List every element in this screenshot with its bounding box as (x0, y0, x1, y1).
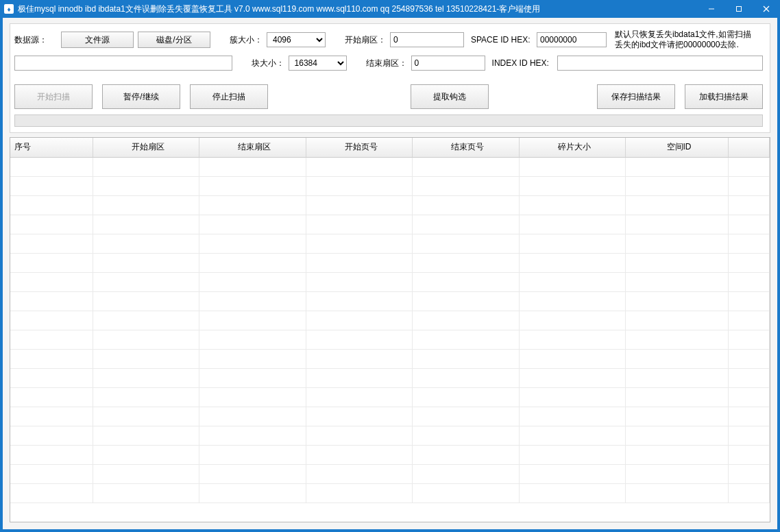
table-cell (199, 387, 306, 407)
table-cell (519, 464, 626, 483)
table-cell (729, 195, 770, 215)
table-row[interactable] (10, 157, 770, 176)
index-id-hex-input[interactable] (557, 56, 763, 71)
start-scan-button[interactable]: 开始扫描 (14, 84, 93, 109)
table-row[interactable] (10, 349, 770, 368)
block-size-select[interactable]: 16384 (289, 56, 347, 71)
col-start-sector[interactable]: 开始扇区 (93, 138, 199, 157)
table-cell (519, 157, 626, 176)
table-row[interactable] (10, 464, 770, 483)
start-sector-input[interactable] (390, 32, 464, 47)
table-cell (10, 426, 93, 445)
minimize-button[interactable] (698, 0, 725, 18)
table-row[interactable] (10, 407, 770, 426)
table-cell (93, 349, 199, 368)
extract-check-button[interactable]: 提取钩选 (411, 84, 489, 109)
table-row[interactable] (10, 215, 770, 234)
table-cell (413, 157, 520, 176)
table-cell (10, 368, 93, 387)
table-cell (306, 176, 413, 195)
file-source-button[interactable]: 文件源 (61, 32, 134, 48)
table-cell (413, 176, 520, 195)
table-cell (306, 291, 413, 311)
table-cell (729, 464, 770, 483)
index-id-hex-label: INDEX ID HEX: (492, 58, 553, 68)
results-table: 序号 开始扇区 结束扇区 开始页号 结束页号 碎片大小 空间ID (10, 138, 770, 503)
maximize-button[interactable] (725, 0, 753, 18)
table-row[interactable] (10, 426, 770, 445)
col-blank[interactable] (729, 138, 770, 157)
table-row[interactable] (10, 387, 770, 407)
table-row[interactable] (10, 253, 770, 272)
table-row[interactable] (10, 330, 770, 349)
table-cell (306, 368, 413, 387)
table-row[interactable] (10, 234, 770, 253)
table-cell (93, 291, 199, 311)
table-row[interactable] (10, 445, 770, 464)
table-row[interactable] (10, 311, 770, 330)
table-cell (199, 445, 306, 464)
pause-resume-button[interactable]: 暂停/继续 (102, 84, 180, 109)
table-cell (199, 368, 306, 387)
table-row[interactable] (10, 291, 770, 311)
table-cell (626, 291, 729, 311)
table-cell (519, 387, 626, 407)
table-cell (10, 157, 93, 176)
table-row[interactable] (10, 272, 770, 291)
stop-scan-button[interactable]: 停止扫描 (190, 84, 268, 109)
table-cell (413, 215, 520, 234)
space-id-hex-input[interactable] (537, 32, 607, 47)
col-start-page[interactable]: 开始页号 (306, 138, 413, 157)
table-cell (729, 349, 770, 368)
col-end-page[interactable]: 结束页号 (413, 138, 520, 157)
table-cell (519, 234, 626, 253)
table-cell (199, 330, 306, 349)
close-button[interactable] (753, 0, 780, 18)
disk-partition-button[interactable]: 磁盘/分区 (138, 32, 210, 48)
table-cell (10, 349, 93, 368)
table-cell (306, 311, 413, 330)
table-cell (729, 387, 770, 407)
col-seq[interactable]: 序号 (10, 138, 93, 157)
table-cell (199, 272, 306, 291)
path-input[interactable] (14, 56, 232, 71)
table-cell (413, 311, 520, 330)
table-cell (306, 387, 413, 407)
save-results-button[interactable]: 保存扫描结果 (597, 84, 675, 109)
table-cell (10, 483, 93, 503)
col-space-id[interactable]: 空间ID (626, 138, 729, 157)
table-cell (729, 291, 770, 311)
table-cell (626, 195, 729, 215)
end-sector-input[interactable] (411, 56, 485, 71)
table-cell (413, 387, 520, 407)
table-cell (729, 483, 770, 503)
table-row[interactable] (10, 368, 770, 387)
table-row[interactable] (10, 176, 770, 195)
row-2: 块大小： 16384 结束扇区： INDEX ID HEX: (14, 56, 763, 71)
col-end-sector[interactable]: 结束扇区 (199, 138, 306, 157)
note-text: 默认只恢复丢失ibdata1文件,如需扫描丢失的ibd文件请把00000000去… (615, 29, 752, 50)
content-area: 数据源： 文件源 磁盘/分区 簇大小： 4096 开始扇区： SPACE ID … (0, 18, 780, 532)
load-results-button[interactable]: 加载扫描结果 (685, 84, 763, 109)
table-cell (306, 349, 413, 368)
row-1: 数据源： 文件源 磁盘/分区 簇大小： 4096 开始扇区： SPACE ID … (14, 29, 763, 50)
table-cell (93, 253, 199, 272)
table-cell (199, 253, 306, 272)
table-cell (413, 195, 520, 215)
table-row[interactable] (10, 483, 770, 503)
col-frag-size[interactable]: 碎片大小 (519, 138, 626, 157)
table-cell (626, 157, 729, 176)
table-row[interactable] (10, 195, 770, 215)
table-cell (729, 157, 770, 176)
table-cell (199, 426, 306, 445)
table-cell (413, 445, 520, 464)
table-cell (413, 234, 520, 253)
table-cell (729, 234, 770, 253)
cluster-size-select[interactable]: 4096 (267, 32, 326, 47)
table-cell (626, 368, 729, 387)
table-cell (199, 176, 306, 195)
table-cell (199, 234, 306, 253)
table-cell (306, 426, 413, 445)
table-cell (519, 215, 626, 234)
table-cell (306, 407, 413, 426)
